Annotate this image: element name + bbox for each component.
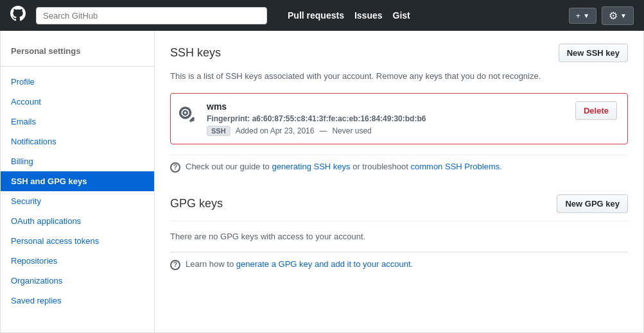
sidebar-item-organizations[interactable]: Organizations bbox=[1, 271, 154, 291]
header-actions: + ▼ ⚙ ▼ bbox=[569, 6, 634, 25]
search-input[interactable] bbox=[36, 7, 267, 24]
new-ssh-key-button[interactable]: New SSH key bbox=[559, 44, 628, 62]
sidebar-item-repositories[interactable]: Repositories bbox=[1, 251, 154, 271]
sidebar-divider bbox=[1, 66, 154, 67]
generating-ssh-keys-link[interactable]: generating SSH keys bbox=[272, 162, 350, 171]
new-button[interactable]: + ▼ bbox=[569, 8, 597, 24]
app-header: Pull requests Issues Gist + ▼ ⚙ ▼ bbox=[0, 0, 644, 31]
ssh-help-text: Check out our guide to generating SSH ke… bbox=[186, 162, 502, 171]
pull-requests-link[interactable]: Pull requests bbox=[288, 10, 344, 21]
sidebar-item-billing[interactable]: Billing bbox=[1, 151, 154, 171]
key-used-status: Never used bbox=[332, 126, 371, 135]
generate-gpg-key-link[interactable]: generate a GPG key and add it to your ac… bbox=[236, 259, 411, 269]
key-type-badge: SSH bbox=[207, 126, 231, 136]
sidebar-item-emails[interactable]: Emails bbox=[1, 112, 154, 132]
key-icon bbox=[176, 101, 205, 130]
sidebar-item-personal-access-tokens[interactable]: Personal access tokens bbox=[1, 231, 154, 251]
avatar-button[interactable]: ⚙ ▼ bbox=[602, 6, 634, 25]
ssh-key-card: wms Fingerprint: a6:60:87:55:c8:41:3f:fe… bbox=[170, 93, 628, 144]
page-wrapper: Personal settings Profile Account Emails… bbox=[0, 31, 644, 333]
github-logo bbox=[10, 6, 26, 25]
gpg-help-box: ? Learn how to generate a GPG key and ad… bbox=[170, 252, 628, 277]
key-separator: — bbox=[319, 126, 327, 135]
ssh-description: This is a list of SSH keys associated wi… bbox=[170, 70, 628, 83]
sidebar-item-saved-replies[interactable]: Saved replies bbox=[1, 291, 154, 311]
gpg-section: GPG keys New GPG key There are no GPG ke… bbox=[170, 194, 628, 277]
fingerprint-value: a6:60:87:55:c8:41:3f:fe:ac:eb:16:84:49:3… bbox=[252, 114, 426, 123]
key-details: wms Fingerprint: a6:60:87:55:c8:41:3f:fe… bbox=[207, 101, 568, 136]
ssh-help-box: ? Check out our guide to generating SSH … bbox=[170, 155, 628, 179]
key-meta: SSH Added on Apr 23, 2016 — Never used bbox=[207, 126, 568, 136]
sidebar-title: Personal settings bbox=[1, 41, 154, 61]
gist-link[interactable]: Gist bbox=[393, 10, 410, 21]
ssh-help-icon: ? bbox=[170, 162, 180, 173]
main-content: SSH keys New SSH key This is a list of S… bbox=[155, 31, 643, 332]
gpg-section-header: GPG keys New GPG key bbox=[170, 194, 628, 213]
ssh-section-title: SSH keys bbox=[170, 46, 221, 60]
gpg-help-text: Learn how to generate a GPG key and add … bbox=[186, 259, 413, 269]
key-fingerprint: Fingerprint: a6:60:87:55:c8:41:3f:fe:ac:… bbox=[207, 114, 568, 123]
sidebar-item-oauth-applications[interactable]: OAuth applications bbox=[1, 211, 154, 231]
sidebar-item-notifications[interactable]: Notifications bbox=[1, 132, 154, 151]
gpg-section-title: GPG keys bbox=[170, 197, 223, 210]
sidebar-item-profile[interactable]: Profile bbox=[1, 72, 154, 92]
gpg-help-icon: ? bbox=[170, 260, 180, 270]
key-name: wms bbox=[207, 101, 568, 112]
fingerprint-label: Fingerprint: bbox=[207, 114, 250, 123]
sidebar: Personal settings Profile Account Emails… bbox=[1, 31, 155, 332]
sidebar-item-security[interactable]: Security bbox=[1, 191, 154, 211]
delete-key-button[interactable]: Delete bbox=[575, 101, 617, 120]
no-gpg-keys-text: There are no GPG keys with access to you… bbox=[170, 221, 628, 252]
key-added-date: Added on Apr 23, 2016 bbox=[236, 126, 315, 135]
main-nav: Pull requests Issues Gist bbox=[288, 10, 410, 21]
new-gpg-key-button[interactable]: New GPG key bbox=[557, 194, 628, 213]
sidebar-item-ssh-gpg-keys[interactable]: SSH and GPG keys bbox=[1, 171, 154, 191]
sidebar-item-account[interactable]: Account bbox=[1, 92, 154, 112]
common-ssh-problems-link[interactable]: common SSH Problems bbox=[411, 162, 500, 171]
ssh-section-header: SSH keys New SSH key bbox=[170, 44, 628, 62]
issues-link[interactable]: Issues bbox=[354, 10, 383, 21]
